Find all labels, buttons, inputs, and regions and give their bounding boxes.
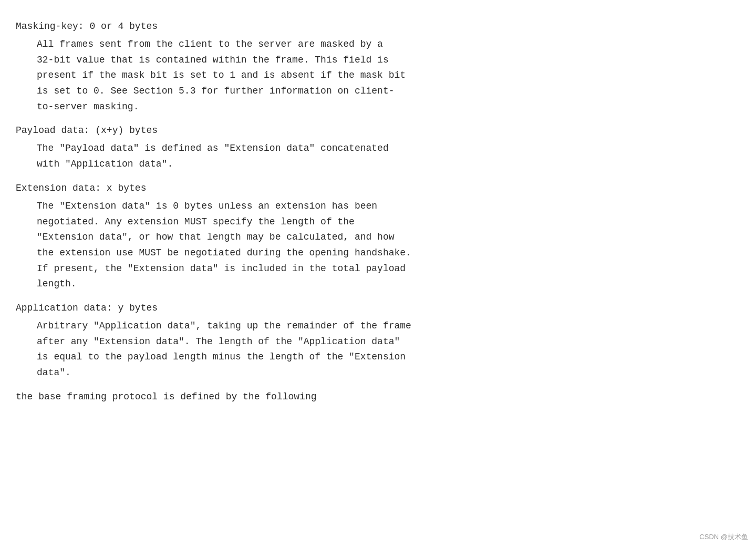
masking-key-section: Masking-key: 0 or 4 bytes All frames sen… — [16, 21, 740, 115]
payload-data-text: The "Payload data" is defined as "Extens… — [37, 141, 740, 172]
application-data-section: Application data: y bytes Arbitrary "App… — [16, 303, 740, 381]
watermark-label: CSDN @技术鱼 — [699, 532, 748, 542]
bottom-partial-text: the base framing protocol is defined by … — [16, 391, 740, 402]
payload-data-section: Payload data: (x+y) bytes The "Payload d… — [16, 125, 740, 172]
extension-data-text: The "Extension data" is 0 bytes unless a… — [37, 199, 740, 292]
payload-data-body: The "Payload data" is defined as "Extens… — [16, 141, 740, 172]
extension-data-section: Extension data: x bytes The "Extension d… — [16, 183, 740, 292]
page-content: Masking-key: 0 or 4 bytes All frames sen… — [16, 21, 740, 402]
payload-data-header: Payload data: (x+y) bytes — [16, 125, 740, 136]
extension-data-header: Extension data: x bytes — [16, 183, 740, 193]
application-data-body: Arbitrary "Application data", taking up … — [16, 318, 740, 381]
masking-key-text: All frames sent from the client to the s… — [37, 37, 740, 115]
masking-key-header: Masking-key: 0 or 4 bytes — [16, 21, 740, 32]
application-data-header: Application data: y bytes — [16, 303, 740, 313]
application-data-text: Arbitrary "Application data", taking up … — [37, 318, 740, 381]
masking-key-body: All frames sent from the client to the s… — [16, 37, 740, 115]
extension-data-body: The "Extension data" is 0 bytes unless a… — [16, 199, 740, 292]
